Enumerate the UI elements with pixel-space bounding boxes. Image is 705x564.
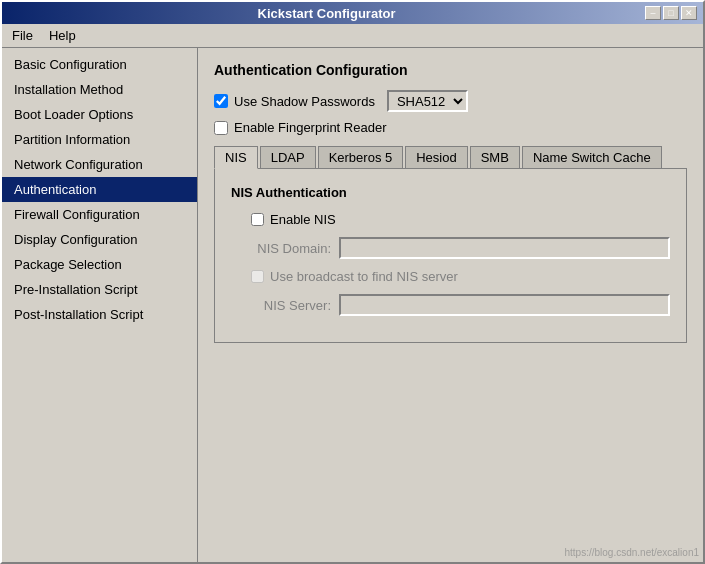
tab-nis-content: NIS Authentication Enable NIS NIS Domain… <box>214 168 687 343</box>
sidebar-item-package-selection[interactable]: Package Selection <box>2 252 197 277</box>
sidebar-item-network-config[interactable]: Network Configuration <box>2 152 197 177</box>
tab-hesiod[interactable]: Hesiod <box>405 146 467 169</box>
title-bar-controls: – □ ✕ <box>645 6 697 20</box>
minimize-button[interactable]: – <box>645 6 661 20</box>
tab-smb[interactable]: SMB <box>470 146 520 169</box>
fingerprint-label: Enable Fingerprint Reader <box>234 120 386 135</box>
tab-nis[interactable]: NIS <box>214 146 258 169</box>
menu-bar: File Help <box>2 24 703 48</box>
content-area: Authentication Configuration Use Shadow … <box>198 48 703 562</box>
sidebar-item-post-install[interactable]: Post-Installation Script <box>2 302 197 327</box>
nis-server-input[interactable] <box>339 294 670 316</box>
watermark: https://blog.csdn.net/excalion1 <box>564 547 699 558</box>
shadow-passwords-checkbox[interactable] <box>214 94 228 108</box>
tab-bar: NIS LDAP Kerberos 5 Hesiod SMB Name Swit… <box>214 145 687 168</box>
sidebar-item-firewall-config[interactable]: Firewall Configuration <box>2 202 197 227</box>
shadow-passwords-row: Use Shadow Passwords SHA512 MD5 SHA256 <box>214 90 687 112</box>
fingerprint-row: Enable Fingerprint Reader <box>214 120 687 135</box>
window-title: Kickstart Configurator <box>8 6 645 21</box>
close-button[interactable]: ✕ <box>681 6 697 20</box>
nis-domain-row: NIS Domain: <box>231 237 670 259</box>
main-area: Basic Configuration Installation Method … <box>2 48 703 562</box>
title-bar: Kickstart Configurator – □ ✕ <box>2 2 703 24</box>
sidebar: Basic Configuration Installation Method … <box>2 48 198 562</box>
tab-ldap[interactable]: LDAP <box>260 146 316 169</box>
enable-nis-label: Enable NIS <box>270 212 336 227</box>
menu-help[interactable]: Help <box>43 26 82 45</box>
enable-nis-checkbox[interactable] <box>251 213 264 226</box>
sidebar-item-boot-loader[interactable]: Boot Loader Options <box>2 102 197 127</box>
sidebar-item-basic-config[interactable]: Basic Configuration <box>2 52 197 77</box>
sidebar-item-installation-method[interactable]: Installation Method <box>2 77 197 102</box>
nis-domain-label: NIS Domain: <box>231 241 331 256</box>
maximize-button[interactable]: □ <box>663 6 679 20</box>
sha-select[interactable]: SHA512 MD5 SHA256 <box>387 90 468 112</box>
fingerprint-checkbox[interactable] <box>214 121 228 135</box>
enable-nis-row: Enable NIS <box>251 212 670 227</box>
sidebar-item-pre-install[interactable]: Pre-Installation Script <box>2 277 197 302</box>
tab-name-switch-cache[interactable]: Name Switch Cache <box>522 146 662 169</box>
use-broadcast-checkbox[interactable] <box>251 270 264 283</box>
sidebar-item-display-config[interactable]: Display Configuration <box>2 227 197 252</box>
app-window: Kickstart Configurator – □ ✕ File Help B… <box>0 0 705 564</box>
sidebar-item-authentication[interactable]: Authentication <box>2 177 197 202</box>
nis-section-title: NIS Authentication <box>231 185 670 200</box>
shadow-passwords-label: Use Shadow Passwords <box>234 94 375 109</box>
sidebar-item-partition-info[interactable]: Partition Information <box>2 127 197 152</box>
nis-server-row: NIS Server: <box>231 294 670 316</box>
section-title: Authentication Configuration <box>214 62 687 78</box>
tabs-container: NIS LDAP Kerberos 5 Hesiod SMB Name Swit… <box>214 145 687 343</box>
use-broadcast-row: Use broadcast to find NIS server <box>251 269 670 284</box>
tab-kerberos5[interactable]: Kerberos 5 <box>318 146 404 169</box>
use-broadcast-label: Use broadcast to find NIS server <box>270 269 458 284</box>
nis-server-label: NIS Server: <box>231 298 331 313</box>
menu-file[interactable]: File <box>6 26 39 45</box>
nis-domain-input[interactable] <box>339 237 670 259</box>
